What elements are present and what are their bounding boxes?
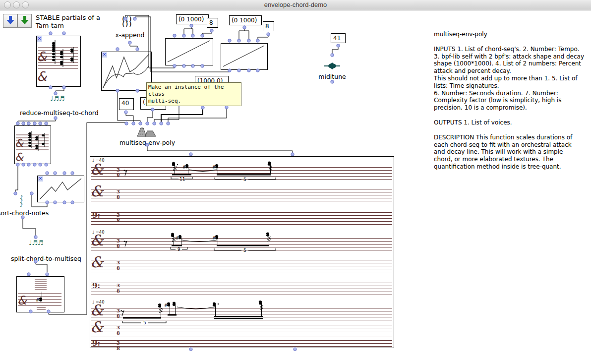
ts-numerator: 3 bbox=[117, 283, 120, 288]
value-box[interactable]: 40 bbox=[119, 98, 134, 110]
chord-seq-box-1[interactable]: & & bbox=[36, 36, 81, 87]
blue-down-arrow-button[interactable] bbox=[3, 14, 17, 28]
connection-dot[interactable] bbox=[256, 39, 259, 42]
connection-dot[interactable] bbox=[237, 39, 240, 42]
chord-box[interactable]: & # bbox=[16, 276, 64, 312]
miditune-icon[interactable] bbox=[324, 61, 341, 70]
score-staff: 9:38 bbox=[91, 283, 392, 295]
connection-dot[interactable] bbox=[160, 122, 163, 125]
connection-dot[interactable] bbox=[33, 122, 36, 125]
connection-dot[interactable] bbox=[201, 34, 204, 37]
connection-dot[interactable] bbox=[63, 172, 66, 175]
connection-dot[interactable] bbox=[22, 122, 25, 125]
connection-dot[interactable] bbox=[54, 172, 57, 175]
multiseq-env-poly-label[interactable]: multiseq-env-poly bbox=[118, 139, 177, 146]
connection-dot[interactable] bbox=[153, 122, 156, 125]
connection-dot[interactable] bbox=[34, 236, 37, 239]
connection-dot[interactable] bbox=[125, 122, 128, 125]
green-arrow-icon bbox=[21, 20, 29, 24]
value-box[interactable]: (0 1000) bbox=[229, 15, 262, 25]
bpf-lib-box[interactable] bbox=[101, 52, 152, 91]
svg-text:&: & bbox=[37, 69, 48, 84]
connection-dot[interactable] bbox=[54, 117, 57, 120]
connection-dot[interactable] bbox=[243, 26, 246, 29]
split-chord-to-multiseq-label[interactable]: split-chord-to-multiseq bbox=[9, 255, 83, 262]
chord-seq-box-2[interactable]: & & bbox=[14, 125, 51, 164]
connection-dot[interactable] bbox=[210, 29, 213, 32]
envelope-trapezoid-icon[interactable] bbox=[137, 126, 159, 137]
lisp-parens-icon[interactable]: (()()) bbox=[121, 17, 132, 27]
patch-cable bbox=[161, 108, 203, 123]
connection-dot[interactable] bbox=[132, 122, 135, 125]
doc-inputs: INPUTS 1. List of chord-seq's. 2. Number… bbox=[434, 46, 590, 112]
patch-cable bbox=[147, 110, 153, 123]
x-append-label[interactable]: x-append bbox=[114, 31, 146, 39]
score-staff: &38 bbox=[91, 325, 392, 337]
connection-dot[interactable] bbox=[30, 192, 33, 195]
connection-dot[interactable] bbox=[62, 32, 65, 35]
patch-cable bbox=[184, 29, 193, 36]
connection-dot[interactable] bbox=[27, 122, 30, 125]
connection-dot[interactable] bbox=[139, 122, 142, 125]
connection-dot[interactable] bbox=[133, 17, 136, 20]
lock-x-icon[interactable]: ✕ bbox=[102, 52, 107, 58]
connection-dot[interactable] bbox=[49, 32, 52, 35]
bass-clef-icon: 9: bbox=[92, 281, 100, 290]
connection-dot[interactable] bbox=[191, 34, 194, 37]
lock-x-icon[interactable]: ✕ bbox=[38, 176, 43, 182]
connection-dot[interactable] bbox=[331, 80, 334, 83]
connection-dot[interactable] bbox=[146, 122, 149, 125]
patch-cable bbox=[56, 87, 64, 93]
connection-dot[interactable] bbox=[228, 39, 231, 42]
ts-numerator: 3 bbox=[117, 308, 120, 313]
value-box[interactable]: (0 1000) bbox=[176, 14, 209, 24]
miditune-label[interactable]: miditune bbox=[317, 73, 347, 80]
connection-dot[interactable] bbox=[45, 122, 48, 125]
connection-dot[interactable] bbox=[167, 122, 170, 125]
ramp-line bbox=[221, 44, 266, 68]
ts-denominator: 8 bbox=[117, 331, 120, 336]
ramp-bpf-box-2[interactable] bbox=[221, 43, 268, 70]
connection-dot[interactable] bbox=[189, 153, 192, 156]
green-arrow-icon bbox=[23, 16, 26, 20]
connection-dot[interactable] bbox=[124, 111, 127, 114]
svg-text:&: & bbox=[15, 151, 24, 163]
green-down-arrow-button[interactable] bbox=[17, 14, 32, 28]
connection-dot[interactable] bbox=[331, 54, 334, 57]
connection-dot[interactable] bbox=[39, 122, 42, 125]
svg-text:#: # bbox=[36, 298, 40, 303]
connection-dot[interactable] bbox=[46, 172, 49, 175]
connection-dot[interactable] bbox=[27, 273, 30, 276]
lock-x-icon[interactable]: ✕ bbox=[37, 36, 42, 42]
note-cluster-icon: ♩♬♬ bbox=[50, 97, 64, 101]
connection-dot[interactable] bbox=[337, 44, 340, 47]
ts-denominator: 8 bbox=[117, 218, 120, 223]
connection-dot[interactable] bbox=[267, 33, 270, 36]
connection-dot[interactable] bbox=[46, 273, 49, 276]
connection-dot[interactable] bbox=[128, 41, 131, 44]
connection-dot[interactable] bbox=[116, 48, 119, 51]
sort-chord-notes-label[interactable]: sort-chord-notes bbox=[0, 209, 52, 217]
mini-score: & # bbox=[17, 277, 63, 311]
bass-clef-icon: 9: bbox=[92, 339, 100, 348]
reduce-multiseq-to-chord-label[interactable]: reduce-multiseq-to-chord bbox=[20, 109, 97, 117]
connection-dot[interactable] bbox=[291, 153, 294, 156]
treble-clef-icon: & bbox=[90, 253, 104, 271]
connection-dot[interactable] bbox=[201, 106, 204, 109]
ramp-bpf-box-1[interactable] bbox=[165, 38, 213, 65]
doc-description: DESCRIPTION This function scales duratio… bbox=[434, 134, 590, 171]
connection-dot[interactable] bbox=[14, 192, 17, 195]
value-box[interactable]: 8 bbox=[207, 18, 218, 28]
connection-dot[interactable] bbox=[71, 172, 74, 175]
bpf-box[interactable] bbox=[37, 176, 84, 202]
titlebar[interactable]: envelope-chord-demo bbox=[0, 0, 591, 10]
value-box[interactable]: 41 bbox=[331, 33, 346, 43]
connection-dot[interactable] bbox=[136, 48, 139, 51]
connection-dot[interactable] bbox=[190, 24, 193, 27]
value-box[interactable]: 8 bbox=[263, 21, 274, 31]
connection-dot[interactable] bbox=[173, 34, 176, 37]
connection-dot[interactable] bbox=[247, 39, 250, 42]
connection-dot[interactable] bbox=[16, 122, 19, 125]
connection-dot[interactable] bbox=[182, 34, 185, 37]
tempo-mark: ♩ =40 bbox=[92, 158, 105, 163]
